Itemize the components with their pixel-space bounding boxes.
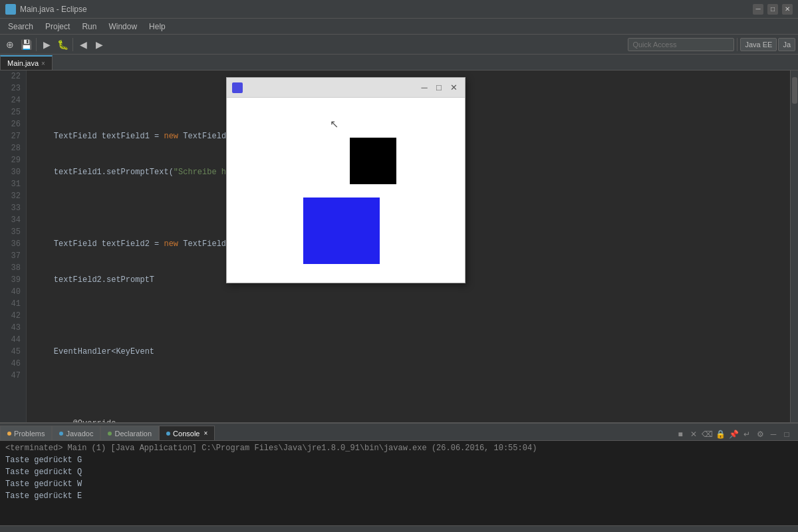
- problems-tab[interactable]: Problems: [0, 426, 52, 440]
- settings-button[interactable]: ⚙: [754, 428, 766, 440]
- javafx-content: ↖: [227, 98, 465, 283]
- editor-tabs: Main.java ×: [0, 55, 798, 70]
- word-wrap-button[interactable]: ↵: [741, 428, 753, 440]
- console-line-3: Taste gedrückt W: [5, 478, 793, 490]
- maximize-panel-button[interactable]: □: [781, 428, 793, 440]
- console-label: Console: [173, 430, 200, 438]
- quick-access-input[interactable]: [628, 38, 734, 51]
- debug-button[interactable]: 🐛: [55, 37, 70, 52]
- declaration-tab[interactable]: Declaration: [100, 426, 159, 440]
- separator: [72, 38, 73, 51]
- toolbar: ⊕ 💾 ▶ 🐛 ◀ ▶ Java EE Ja: [0, 35, 798, 55]
- menu-help[interactable]: Help: [144, 21, 171, 33]
- line-numbers: 22 23 24 25 26 27 28 29 30 31 32 33 34 3…: [0, 70, 27, 422]
- forward-button[interactable]: ▶: [92, 37, 106, 52]
- declaration-label: Declaration: [114, 430, 152, 438]
- separator: [36, 38, 37, 51]
- javadoc-dot: [59, 432, 63, 436]
- minimize-panel-button[interactable]: ─: [767, 428, 779, 440]
- console-line-1: Taste gedrückt G: [5, 454, 793, 466]
- scrollbar-thumb: [792, 77, 797, 104]
- main-area: 22 23 24 25 26 27 28 29 30 31 32 33 34 3…: [0, 70, 798, 422]
- pin-button[interactable]: 📌: [728, 428, 739, 440]
- cursor-indicator: ↖: [330, 118, 338, 130]
- console-line-4: Taste gedrückt E: [5, 490, 793, 502]
- javadoc-tab[interactable]: Javadoc: [52, 426, 100, 440]
- console-tab[interactable]: Console ×: [159, 426, 215, 440]
- menu-window[interactable]: Window: [103, 21, 142, 33]
- java-perspective[interactable]: Ja: [778, 38, 795, 51]
- terminate-button[interactable]: ■: [674, 428, 686, 440]
- code-line: EventHandler<KeyEvent: [32, 346, 793, 358]
- run-button[interactable]: ▶: [39, 37, 54, 52]
- menu-project[interactable]: Project: [40, 21, 75, 33]
- terminated-line: <terminated> Main (1) [Java Application]…: [5, 442, 793, 454]
- javafx-minimize-button[interactable]: ─: [418, 82, 430, 94]
- javafx-titlebar: ─ □ ✕: [227, 78, 465, 98]
- bottom-panel: Problems Javadoc Declaration Console × ■…: [0, 422, 798, 532]
- maximize-button[interactable]: □: [767, 4, 778, 15]
- new-button[interactable]: ⊕: [3, 37, 17, 52]
- javafx-window[interactable]: ─ □ ✕ ↖: [226, 77, 466, 283]
- problems-dot: [7, 432, 11, 436]
- close-button[interactable]: ✕: [782, 4, 793, 15]
- console-close[interactable]: ×: [203, 430, 207, 437]
- menu-run[interactable]: Run: [76, 21, 102, 33]
- menu-bar: Search Project Run Window Help: [0, 19, 798, 35]
- code-line: @Override: [32, 418, 793, 422]
- window-controls: ─ □ ✕: [753, 4, 793, 15]
- black-rectangle: [350, 138, 396, 184]
- console-dot: [166, 432, 170, 436]
- eclipse-icon: [5, 4, 16, 15]
- separator: [737, 38, 737, 51]
- console-toolbar: ■ ✕ ⌫ 🔒 📌 ↵ ⚙ ─ □: [674, 428, 798, 440]
- window-title: Main.java - Eclipse: [20, 5, 753, 14]
- console-output: <terminated> Main (1) [Java Application]…: [0, 441, 798, 525]
- declaration-dot: [108, 432, 112, 436]
- console-line-2: Taste gedrückt Q: [5, 466, 793, 478]
- remove-button[interactable]: ✕: [688, 428, 700, 440]
- code-line: [32, 310, 793, 322]
- javadoc-label: Javadoc: [66, 430, 93, 438]
- menu-search[interactable]: Search: [3, 21, 39, 33]
- tab-label: Main.java: [7, 59, 39, 67]
- javafx-close-button[interactable]: ✕: [448, 82, 460, 94]
- save-button[interactable]: 💾: [19, 37, 33, 52]
- back-button[interactable]: ◀: [76, 37, 90, 52]
- java-ee-perspective[interactable]: Java EE: [740, 38, 777, 51]
- bottom-scrollbar[interactable]: [0, 525, 798, 532]
- title-bar: Main.java - Eclipse ─ □ ✕: [0, 0, 798, 19]
- tab-close-button[interactable]: ×: [41, 60, 45, 67]
- blue-rectangle: [303, 198, 380, 264]
- code-line: [32, 382, 793, 394]
- minimize-button[interactable]: ─: [753, 4, 763, 15]
- main-java-tab[interactable]: Main.java ×: [0, 55, 53, 70]
- bottom-tabs: Problems Javadoc Declaration Console × ■…: [0, 424, 798, 441]
- editor-scrollbar[interactable]: [790, 70, 798, 422]
- clear-button[interactable]: ⌫: [701, 428, 713, 440]
- javafx-icon: [232, 82, 243, 93]
- problems-label: Problems: [14, 430, 45, 438]
- scroll-lock-button[interactable]: 🔒: [714, 428, 726, 440]
- javafx-maximize-button[interactable]: □: [433, 82, 445, 94]
